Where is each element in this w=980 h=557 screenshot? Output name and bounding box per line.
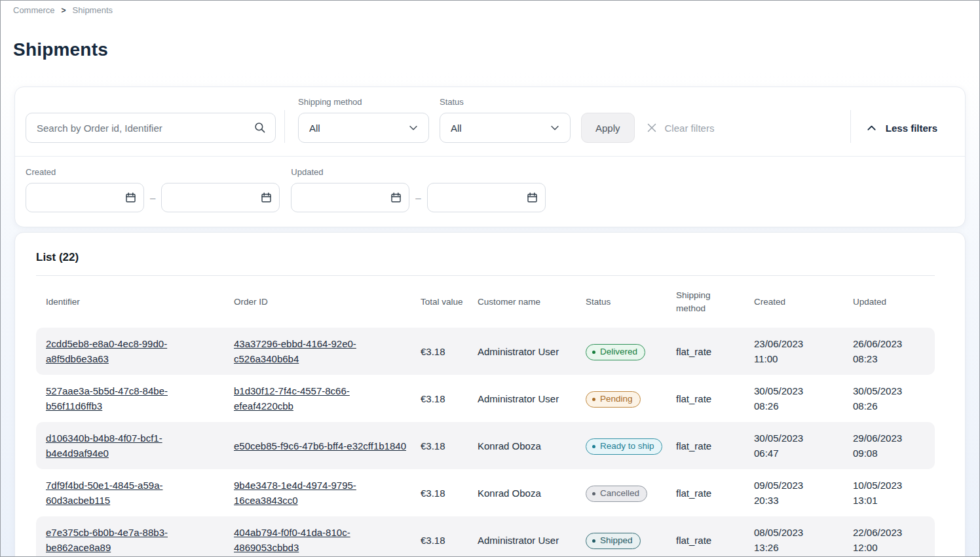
customer-name-cell: Konrad Oboza	[478, 431, 586, 461]
created-time: 08:26	[754, 398, 840, 413]
shipments-list-panel: List (22) Identifier Order ID Total valu…	[14, 232, 966, 557]
column-header-identifier: Identifier	[36, 276, 234, 328]
page-title: Shipments	[13, 39, 966, 60]
calendar-icon[interactable]	[390, 191, 402, 204]
customer-name-cell: Administrator User	[478, 525, 586, 556]
breadcrumb-item-commerce[interactable]: Commerce	[13, 5, 55, 15]
status-badge-label: Pending	[600, 394, 633, 404]
apply-button[interactable]: Apply	[581, 113, 635, 143]
created-from-wrap	[26, 183, 144, 212]
created-cell: 09/05/202320:33	[754, 470, 853, 516]
identifier-link[interactable]: 527aae3a-5b5d-47c8-84be-b56f11d6ffb3	[46, 385, 168, 412]
created-to-wrap	[161, 183, 280, 212]
shipping-method-filter: Shipping method All	[298, 97, 429, 143]
table-header-row: Identifier Order ID Total value Customer…	[36, 276, 935, 328]
shipping-method-cell: flat_rate	[676, 478, 754, 509]
shipping-method-cell: flat_rate	[676, 431, 754, 461]
shipping-method-cell: flat_rate	[676, 336, 754, 367]
breadcrumb-item-shipments: Shipments	[73, 5, 113, 15]
order-id-link[interactable]: 43a37296-ebbd-4164-92e0-c526a340b6b4	[234, 338, 356, 364]
status-dot	[592, 492, 595, 495]
less-filters-toggle[interactable]: Less filters	[866, 113, 937, 143]
updated-cell: 26/06/202308:23	[853, 328, 935, 375]
updated-date: 26/06/2023	[853, 336, 922, 351]
total-value-cell: €3.18	[421, 431, 478, 461]
status-badge-label: Ready to ship	[600, 442, 654, 451]
created-date: 30/05/2023	[754, 383, 840, 398]
identifier-link[interactable]: d106340b-b4b8-4f07-bcf1-b4e4d9af94e0	[46, 432, 162, 459]
updated-time: 09:08	[853, 446, 922, 461]
created-date: 23/06/2023	[754, 336, 840, 351]
table-row: 527aae3a-5b5d-47c8-84be-b56f11d6ffb3 b1d…	[36, 375, 935, 422]
updated-date-filter: Updated –	[291, 167, 545, 212]
table-row: d106340b-b4b8-4f07-bcf1-b4e4d9af94e0 e50…	[36, 422, 935, 469]
calendar-icon[interactable]	[124, 191, 137, 204]
created-date: 30/05/2023	[754, 431, 840, 446]
total-value-cell: €3.18	[421, 383, 478, 414]
chevron-up-icon	[866, 123, 877, 134]
filters-row-dates: Created – Updated	[15, 156, 965, 227]
column-header-status: Status	[586, 276, 676, 328]
search-icon[interactable]	[254, 121, 267, 134]
identifier-link[interactable]: 2cdd5eb8-e8a0-4ec8-99d0-a8f5db6e3a63	[46, 338, 167, 364]
status-badge: Cancelled	[586, 486, 647, 502]
status-badge: Ready to ship	[586, 438, 662, 455]
status-label: Status	[440, 97, 571, 107]
order-id-link[interactable]: 404ab794-f0f0-41da-810c-4869053cbbd3	[234, 527, 350, 553]
identifier-link[interactable]: e7e375cb-6b0b-4e7a-88b3-be862ace8a89	[46, 527, 168, 553]
updated-date-range: –	[291, 183, 545, 212]
order-id-link[interactable]: 9b4e3478-1e4d-4974-9795-16cea3843cc0	[234, 480, 356, 506]
updated-label: Updated	[291, 167, 545, 177]
column-header-order-id: Order ID	[234, 276, 421, 328]
status-value: All	[451, 123, 462, 134]
updated-cell: 10/05/202313:01	[853, 470, 935, 516]
status-badge-label: Delivered	[600, 347, 637, 356]
updated-cell: 22/06/202312:00	[853, 517, 935, 557]
column-header-created: Created	[754, 276, 853, 328]
created-date: 09/05/2023	[754, 478, 840, 493]
total-value-cell: €3.18	[421, 336, 478, 367]
calendar-icon[interactable]	[526, 191, 538, 204]
chevron-down-icon	[407, 122, 419, 134]
shipping-method-cell: flat_rate	[676, 383, 754, 414]
breadcrumb: Commerce > Shipments	[13, 5, 966, 15]
order-id-link[interactable]: b1d30f12-7f4c-4557-8c66-efeaf4220cbb	[234, 385, 350, 412]
search-input[interactable]	[26, 113, 276, 143]
status-badge: Pending	[586, 391, 641, 408]
range-separator: –	[144, 192, 161, 203]
updated-cell: 29/06/202309:08	[853, 423, 935, 469]
close-icon	[646, 122, 658, 134]
clear-filters-button[interactable]: Clear filters	[646, 113, 715, 143]
status-badge: Delivered	[586, 344, 645, 360]
customer-name-cell: Administrator User	[478, 383, 586, 414]
shipping-method-label: Shipping method	[298, 97, 429, 107]
updated-from-wrap	[291, 183, 409, 212]
updated-time: 08:26	[853, 398, 922, 413]
table-row: 7df9f4bd-50e1-4845-a59a-60d3acbeb115 9b4…	[36, 469, 935, 516]
status-dot	[592, 539, 595, 543]
status-badge: Shipped	[586, 533, 641, 549]
created-time: 13:26	[754, 540, 840, 555]
less-filters-label: Less filters	[886, 123, 937, 134]
filter-divider-vertical	[284, 110, 285, 143]
status-select[interactable]: All	[440, 113, 571, 143]
column-header-shipping-method: Shipping method	[676, 276, 754, 328]
identifier-link[interactable]: 7df9f4bd-50e1-4845-a59a-60d3acbeb115	[46, 480, 162, 506]
created-date-filter: Created –	[26, 167, 280, 212]
created-cell: 30/05/202306:47	[754, 423, 853, 469]
status-dot	[592, 351, 595, 354]
calendar-icon[interactable]	[260, 191, 273, 204]
search-field-wrap	[26, 113, 276, 143]
breadcrumb-separator: >	[62, 6, 66, 15]
status-filter: Status All	[440, 97, 571, 143]
table-row: 2cdd5eb8-e8a0-4ec8-99d0-a8f5db6e3a63 43a…	[36, 328, 935, 375]
updated-date: 10/05/2023	[853, 478, 922, 493]
status-dot	[592, 445, 595, 448]
shipping-method-select[interactable]: All	[298, 113, 429, 143]
updated-date: 22/06/2023	[853, 525, 922, 540]
column-header-updated: Updated	[853, 276, 935, 328]
range-separator: –	[409, 192, 426, 203]
created-date-range: –	[26, 183, 280, 212]
order-id-link[interactable]: e50ceb85-f9c6-47b6-bff4-e32cff1b1840	[234, 440, 406, 451]
updated-time: 13:01	[853, 493, 922, 508]
